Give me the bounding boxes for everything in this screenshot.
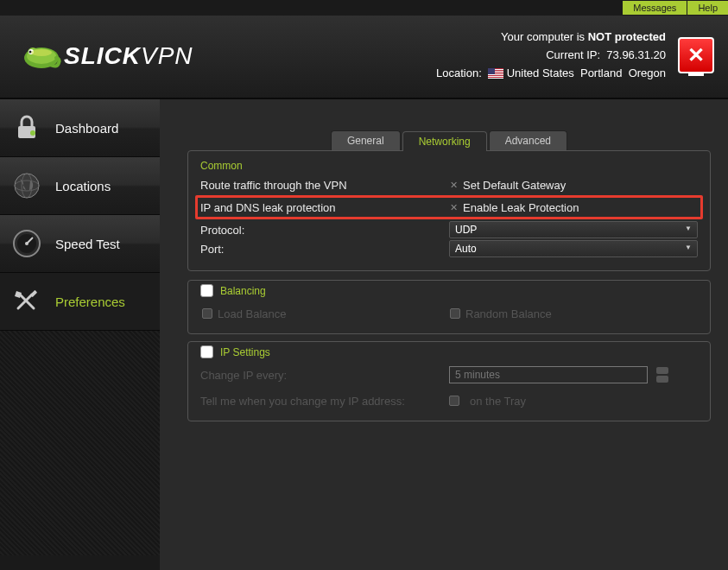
status-area: Your computer is NOT protected Current I… [436,28,714,82]
random-balance-checkbox [450,308,460,319]
messages-button[interactable]: Messages [623,1,687,15]
main-content: General Networking Advanced Common Route… [160,99,728,570]
sidebar-item-label: Locations [55,179,111,193]
row-route-traffic: Route traffic through the VPN ✕Set Defau… [200,175,698,194]
svg-point-5 [31,49,52,56]
row-protocol: Protocol: UDP [200,220,698,239]
panel-title: Balancing [220,285,266,297]
panel-title: Common [200,160,698,175]
status-alert-icon[interactable]: ✕ [678,37,714,73]
ip-settings-checkbox[interactable] [200,345,213,358]
tab-networking[interactable]: Networking [402,131,487,151]
panel-common: Common Route traffic through the VPN ✕Se… [187,150,711,271]
sidebar-item-label: Speed Test [55,237,120,251]
protection-status: Your computer is NOT protected [436,28,666,47]
brand-text-1: SLICK [64,42,141,70]
row-port: Port: Auto [200,239,698,258]
highlight-leak-protection: IP and DNS leak protection ✕Enable Leak … [195,195,703,219]
panel-balancing: Balancing Load Balance Random Balance [187,280,711,334]
checkbox-mark-icon: ✕ [449,203,458,212]
svg-point-14 [25,242,28,245]
svg-point-8 [15,174,39,198]
tab-advanced[interactable]: Advanced [489,130,567,150]
location: Location: United States Portland Oregon [436,65,666,83]
panel-title: IP Settings [220,346,270,358]
panel-ip-settings: IP Settings Change IP every: Tell me whe… [187,341,711,421]
sidebar-texture [0,331,160,555]
change-ip-input [449,366,648,383]
body: Dashboard Locations Speed Test Preferenc… [0,99,728,570]
sidebar: Dashboard Locations Speed Test Preferenc… [0,99,160,570]
protocol-select[interactable]: UDP [449,221,698,238]
set-default-gateway-checkbox[interactable]: ✕Set Default Gateway [449,179,698,192]
gauge-icon [9,225,45,262]
logo: SLICKVPN [14,30,193,82]
top-menu-bar: Messages Help [0,0,728,16]
checkbox-mark-icon: ✕ [449,180,458,189]
flag-us-icon [488,68,503,79]
globe-icon [9,168,45,204]
chameleon-icon [14,30,66,82]
svg-point-7 [30,130,35,136]
tools-icon [9,283,45,320]
brand-text-2: VPN [141,42,193,70]
help-button[interactable]: Help [687,1,728,15]
stepper [656,366,668,383]
balancing-checkbox[interactable] [200,284,213,297]
sidebar-item-label: Preferences [55,294,125,309]
load-balance-checkbox [202,308,212,319]
lock-icon [9,110,45,146]
sidebar-item-label: Dashboard [55,121,118,136]
enable-leak-protection-checkbox[interactable]: ✕Enable Leak Protection [449,201,698,214]
tabs: General Networking Advanced [187,130,711,150]
sidebar-item-locations[interactable]: Locations [0,157,160,215]
on-tray-checkbox [449,396,459,406]
leak-protection-label: IP and DNS leak protection [200,201,449,214]
sidebar-item-speedtest[interactable]: Speed Test [0,215,160,273]
sidebar-item-preferences[interactable]: Preferences [0,273,160,331]
port-select[interactable]: Auto [449,240,698,257]
current-ip: Current IP: 73.96.31.20 [436,47,666,65]
x-icon: ✕ [687,39,705,72]
sidebar-item-dashboard[interactable]: Dashboard [0,99,160,157]
header: SLICKVPN Your computer is NOT protected … [0,16,728,99]
tab-general[interactable]: General [331,130,401,150]
